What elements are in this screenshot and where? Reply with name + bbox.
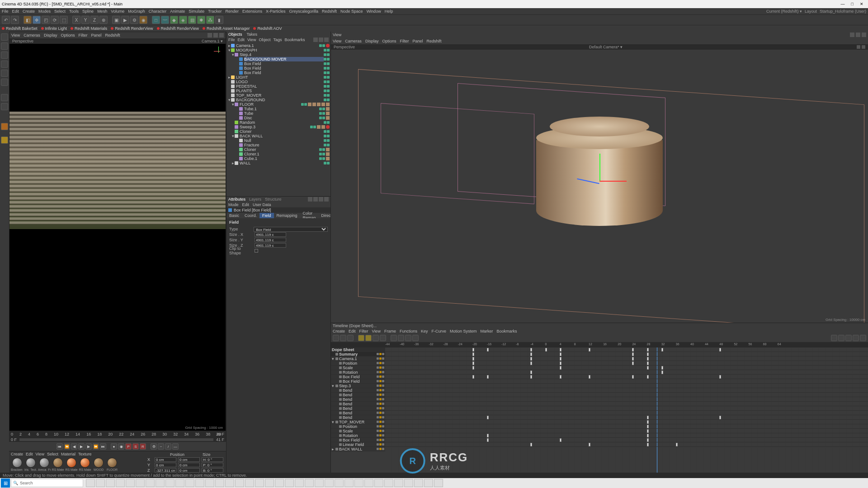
keyframe[interactable] <box>530 361 532 365</box>
mat-menu-material[interactable]: Material <box>61 452 75 456</box>
coord-size-input[interactable] <box>178 463 200 467</box>
keyframe[interactable] <box>632 348 634 352</box>
vp1-menu-options[interactable]: Options <box>61 33 75 38</box>
tab-objects[interactable]: Objects <box>228 32 242 37</box>
dope-btn-9[interactable] <box>398 335 404 341</box>
dope-track[interactable]: Bend <box>331 388 385 393</box>
dope-track[interactable]: Box Field <box>331 438 385 442</box>
vp-hud-icon[interactable] <box>213 33 218 38</box>
keyframe[interactable] <box>560 352 561 356</box>
attr-menu-mode[interactable]: Mode <box>228 202 239 207</box>
taskbar-app[interactable] <box>195 479 204 487</box>
taskbar-app[interactable] <box>374 479 383 487</box>
menu-simulate[interactable]: Simulate <box>189 9 204 14</box>
spline-primitive[interactable]: 〰 <box>161 16 169 24</box>
keyframe[interactable] <box>589 348 590 352</box>
menu-render[interactable]: Render <box>225 9 239 14</box>
menu-spline[interactable]: Spline <box>82 9 94 14</box>
layout-dropdown[interactable]: Current (Redshift) ▾ <box>766 9 802 14</box>
menu-node space[interactable]: Node Space <box>340 9 363 14</box>
om-row[interactable]: Tube.1 <box>226 107 330 111</box>
taskbar-app[interactable] <box>225 479 234 487</box>
keyframe[interactable] <box>472 375 474 379</box>
om-row[interactable]: ▾BACKGROUND <box>226 98 330 102</box>
mat-menu-edit[interactable]: Edit <box>26 452 33 456</box>
keyframe[interactable] <box>719 375 721 379</box>
dope-track[interactable]: Bend <box>331 397 385 402</box>
vp-config-icon[interactable] <box>208 33 212 38</box>
coord-rot-input[interactable] <box>202 463 223 467</box>
dope-btn-5[interactable] <box>365 335 372 341</box>
cube-primitive[interactable]: □ <box>152 16 160 24</box>
dope-btn-10[interactable] <box>405 335 411 341</box>
om-row[interactable]: TOP_MOVER <box>226 93 330 98</box>
coord-system[interactable]: ⊕ <box>99 16 108 24</box>
attr-tab-remapping[interactable]: Remapping <box>274 213 300 218</box>
gizmo-x-axis[interactable] <box>599 181 627 182</box>
taskbar-app[interactable] <box>344 479 354 487</box>
last-tool[interactable]: ⬚ <box>60 16 68 24</box>
dope-menu-marker[interactable]: Marker <box>481 329 493 333</box>
attr-up-button[interactable] <box>319 197 323 202</box>
keyframe[interactable] <box>487 438 489 442</box>
goto-end-button[interactable]: ⏭ <box>100 443 106 450</box>
keyframe[interactable] <box>647 348 649 352</box>
dope-track[interactable]: Rotation <box>331 370 385 375</box>
dope-menu-frame[interactable]: Frame <box>384 329 396 333</box>
keyframe[interactable] <box>647 361 649 365</box>
om-row[interactable]: Box Field <box>226 70 330 75</box>
next-frame-button[interactable]: ▶ <box>85 443 92 450</box>
om-filter-icon[interactable] <box>324 38 329 42</box>
om-row[interactable]: Cube.1 <box>226 156 330 161</box>
dope-track[interactable]: ▾TOP_MOVER <box>331 420 385 424</box>
deformer[interactable]: ▤ <box>188 16 196 24</box>
taskbar-app[interactable] <box>265 479 274 487</box>
menu-character[interactable]: Character <box>149 9 167 14</box>
taskbar-app[interactable] <box>384 479 393 487</box>
keyframe[interactable] <box>545 348 547 352</box>
keyframe[interactable] <box>530 371 532 374</box>
om-row[interactable]: Box Field <box>226 66 330 70</box>
attr-tab-layers[interactable]: Layers <box>249 197 261 202</box>
vp2-menu-filter[interactable]: Filter <box>400 39 409 43</box>
mat-menu-create[interactable]: Create <box>11 452 23 456</box>
dope-btn-r1[interactable] <box>831 335 837 341</box>
taskbar-app[interactable] <box>434 479 443 487</box>
prev-key-button[interactable]: ⏪ <box>64 443 70 450</box>
autokey-button[interactable]: ◉ <box>118 443 124 450</box>
model-mode[interactable] <box>1 33 8 41</box>
menu-modes[interactable]: Modes <box>38 9 51 14</box>
layout-dropdown[interactable]: Startup_Holoframe (User) <box>820 9 866 14</box>
om-menu-object[interactable]: Object <box>259 38 270 42</box>
key-rot-button[interactable]: R <box>140 443 146 450</box>
viewport-1[interactable]: ViewCamerasDisplayOptionsFilterPanelReds… <box>9 32 226 431</box>
dope-btn-r4[interactable] <box>853 335 859 341</box>
vp2-top-view[interactable]: View <box>333 33 341 37</box>
taskbar-app[interactable] <box>255 479 264 487</box>
om-row[interactable]: PLANTS <box>226 89 330 93</box>
goto-start-button[interactable]: ⏮ <box>57 443 63 450</box>
dope-menu-motion-system[interactable]: Motion System <box>450 329 477 333</box>
dope-menu-create[interactable]: Create <box>333 329 345 333</box>
taskbar-app[interactable] <box>305 479 314 487</box>
keyframe[interactable] <box>647 425 649 428</box>
dope-track[interactable]: Position <box>331 361 385 366</box>
keyframe[interactable] <box>647 416 649 419</box>
vp-maximize-icon[interactable] <box>219 33 224 38</box>
om-menu-bookmarks[interactable]: Bookmarks <box>284 38 305 42</box>
dope-menu-edit[interactable]: Edit <box>349 329 356 333</box>
mat-menu-select[interactable]: Select <box>47 452 58 456</box>
keyframe[interactable] <box>647 375 649 379</box>
attr-lock-button[interactable] <box>324 197 329 202</box>
taskbar-app[interactable] <box>394 479 403 487</box>
om-row[interactable]: Box Field <box>226 61 330 66</box>
taskbar-app[interactable] <box>335 479 344 487</box>
keyframe[interactable] <box>632 375 634 379</box>
point-mode[interactable] <box>1 61 8 68</box>
layout-dropdown[interactable]: Layout <box>805 9 817 14</box>
keyframe-options[interactable]: ⚙ <box>151 443 157 450</box>
shelf-icon-2[interactable] <box>1 136 8 144</box>
workplane[interactable] <box>1 52 8 59</box>
keyframe-interp-3[interactable]: — <box>172 443 179 450</box>
undo-button[interactable]: ↶ <box>2 16 10 24</box>
